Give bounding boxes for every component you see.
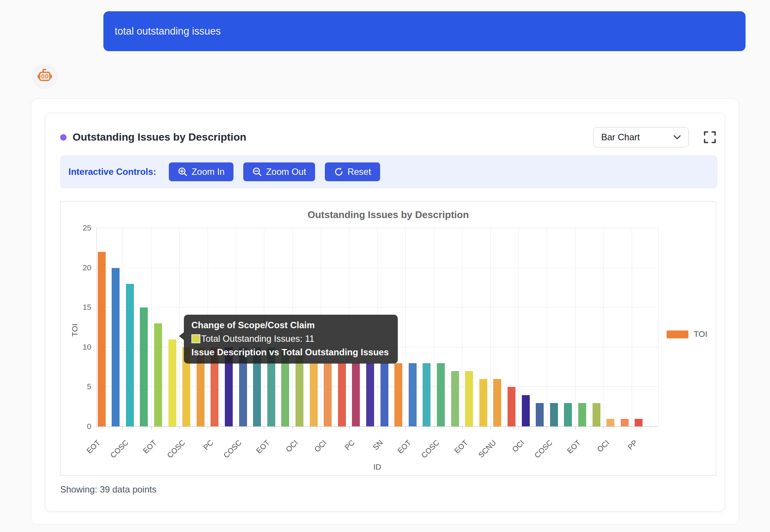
bar[interactable] [479,379,487,426]
x-axis-tick [405,426,406,429]
bar[interactable] [296,355,303,426]
chart-card-header: Outstanding Issues by Description Bar Ch… [60,126,717,148]
chart-plot-area: Outstanding Issues by Description TOI ID… [60,201,716,476]
x-axis-tick [349,426,349,429]
bar[interactable] [352,363,360,426]
bar[interactable] [578,403,586,426]
bar[interactable] [564,403,572,426]
tooltip-title: Change of Scope/Cost Claim [191,320,389,330]
controls-label: Interactive Controls: [68,167,156,177]
zoom-in-label: Zoom In [191,167,224,177]
bar[interactable] [493,379,501,426]
bar[interactable] [550,403,558,426]
bar[interactable] [621,419,629,426]
gridline-v [575,228,576,426]
gridline-v [603,228,604,426]
y-tick-label: 10 [69,343,91,352]
x-axis-tick [490,426,491,429]
bar[interactable] [394,363,402,426]
zoom-in-icon [178,167,188,177]
y-axis-line [96,228,97,426]
bar[interactable] [508,387,515,426]
x-axis-tick [518,426,519,429]
bar[interactable] [423,363,430,426]
bar[interactable] [154,323,162,426]
reset-button[interactable]: Reset [325,162,380,181]
bar[interactable] [324,363,332,426]
tooltip-series-swatch [191,334,200,343]
bar[interactable] [409,363,417,426]
gridline-v [179,228,180,426]
y-tick-label: 25 [69,223,91,232]
x-axis-tick [434,426,434,429]
bar[interactable] [140,308,148,426]
y-tick-label: 15 [69,303,91,312]
bar[interactable] [310,363,318,426]
x-axis-tick [377,426,377,429]
robot-icon [36,68,53,85]
tooltip-arrow [179,332,184,340]
chart-title: Outstanding Issues by Description [61,209,716,221]
chart-legend: TOI [667,329,707,339]
zoom-out-label: Zoom Out [266,167,306,177]
gridline-v [658,228,659,426]
gridline-v [518,228,519,426]
tooltip-series-value: Total Outstanding Issues: 11 [201,333,314,344]
legend-label: TOI [694,329,707,339]
bar[interactable] [380,363,388,426]
x-axis-tick [236,426,236,429]
y-tick-label: 5 [69,382,91,391]
bar[interactable] [522,395,530,426]
gridline-v [405,228,406,426]
bar[interactable] [366,363,374,426]
x-axis-tick [293,426,293,429]
x-axis-tick [123,426,123,429]
gridline-v [434,228,434,426]
bar[interactable] [126,284,134,426]
chart-type-select[interactable]: Bar Chart [593,127,689,147]
bar[interactable] [465,371,473,426]
x-axis-tick [547,426,547,429]
x-axis-tick [264,426,264,429]
bar[interactable] [168,340,176,426]
gridline-v [462,228,462,426]
bar[interactable] [536,403,544,426]
bar[interactable] [437,363,445,426]
y-axis-label: TOI [70,319,79,341]
gridline-v [151,228,152,426]
zoom-in-button[interactable]: Zoom In [169,162,233,181]
x-axis-tick [632,426,632,429]
bar[interactable] [593,403,600,426]
bot-avatar [32,64,58,89]
tooltip-subtitle: Issue Description vs Total Outstanding I… [191,347,389,358]
bar[interactable] [98,252,106,426]
x-axis-tick [575,426,576,429]
chart-type-value: Bar Chart [601,132,640,142]
gridline-v [123,228,123,426]
reset-label: Reset [347,167,371,177]
status-dot [60,134,67,141]
fullscreen-button[interactable] [702,130,717,145]
y-tick-label: 0 [69,422,91,431]
bar[interactable] [112,268,120,426]
gridline-v [632,228,632,426]
x-axis-tick [179,426,180,429]
user-message-text: total outstanding issues [115,26,221,37]
chevron-down-icon [673,135,681,139]
zoom-out-button[interactable]: Zoom Out [243,162,315,181]
x-axis-tick [462,426,462,429]
bar[interactable] [338,363,346,426]
chart-tooltip: Change of Scope/Cost Claim Total Outstan… [184,315,398,364]
legend-swatch [667,330,688,338]
interactive-controls-bar: Interactive Controls: Zoom In Zoom Out R… [60,155,717,188]
bar[interactable] [451,371,459,426]
bar[interactable] [606,419,614,426]
x-axis-tick [603,426,604,429]
gridline-v [547,228,547,426]
y-tick-label: 20 [69,263,91,272]
page: total outstanding issues Outstanding Iss… [0,0,770,532]
bar[interactable] [635,419,643,426]
card-title: Outstanding Issues by Description [73,131,246,143]
x-axis-tick [151,426,152,429]
gridline-v [490,228,491,426]
